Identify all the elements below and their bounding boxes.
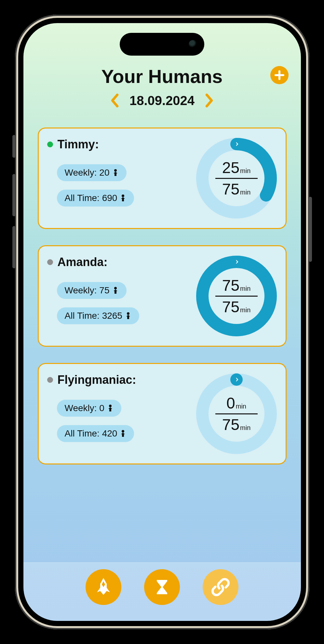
ring-separator <box>215 178 258 179</box>
progress-ring: 0min75min <box>196 373 277 454</box>
human-card[interactable]: Flyingmaniac:Weekly: 0All Time: 4200min7… <box>38 363 287 464</box>
human-name: Flyingmaniac: <box>58 373 136 387</box>
nav-hourglass-button[interactable] <box>144 569 180 605</box>
next-date-button[interactable] <box>204 93 214 108</box>
alltime-pill: All Time: 3265 <box>57 307 139 324</box>
ring-center: 0min75min <box>196 373 277 454</box>
current-date: 18.09.2024 <box>129 93 195 108</box>
nav-rocket-button[interactable] <box>86 569 121 605</box>
used-minutes-row: 25min <box>222 159 251 177</box>
phone-side-button <box>309 197 312 262</box>
alltime-label: All Time: 690 <box>65 193 117 203</box>
add-button[interactable] <box>270 66 289 84</box>
weekly-label: Weekly: 75 <box>65 285 110 296</box>
svg-point-9 <box>122 430 124 433</box>
alltime-label: All Time: 420 <box>65 428 117 439</box>
used-minutes: 75 <box>222 276 239 294</box>
progress-ring: 75min75min <box>196 255 277 337</box>
ring-separator <box>215 413 258 414</box>
content-area: Your Humans 18.09.2024 Timmy:Weekly: 20A… <box>23 23 301 562</box>
used-minutes: 25 <box>222 159 239 177</box>
used-minutes: 0 <box>226 394 235 412</box>
person-icon <box>107 404 114 412</box>
minutes-unit: min <box>240 167 250 175</box>
weekly-label: Weekly: 20 <box>65 168 110 178</box>
screen: Your Humans 18.09.2024 Timmy:Weekly: 20A… <box>23 23 301 621</box>
ring-separator <box>215 296 258 297</box>
bottom-nav <box>23 562 301 621</box>
human-name: Amanda: <box>58 255 108 269</box>
total-minutes-row: 75min <box>222 180 251 198</box>
alltime-label: All Time: 3265 <box>65 311 122 321</box>
person-icon <box>112 287 119 294</box>
person-icon <box>120 194 126 202</box>
rocket-icon <box>93 577 114 597</box>
ring-center: 75min75min <box>196 255 277 337</box>
phone-side-button <box>12 135 16 158</box>
minutes-unit: min <box>240 306 250 314</box>
human-name: Timmy: <box>58 138 99 151</box>
link-icon <box>210 577 231 597</box>
card-info: Amanda:Weekly: 75All Time: 3265 <box>47 255 189 337</box>
total-minutes-row: 75min <box>222 298 251 316</box>
weekly-pill: Weekly: 20 <box>57 164 127 181</box>
card-info: Flyingmaniac:Weekly: 0All Time: 420 <box>47 373 189 454</box>
total-minutes: 75 <box>222 180 239 198</box>
minutes-unit: min <box>240 424 250 432</box>
person-icon <box>112 169 119 177</box>
weekly-label: Weekly: 0 <box>65 403 104 413</box>
minutes-unit: min <box>236 403 246 410</box>
phone-frame: Your Humans 18.09.2024 Timmy:Weekly: 20A… <box>15 15 309 629</box>
used-minutes-row: 0min <box>226 394 246 412</box>
total-minutes: 75 <box>222 298 239 316</box>
person-icon <box>125 312 131 320</box>
phone-side-button <box>12 226 16 268</box>
total-minutes-row: 75min <box>222 416 251 434</box>
hourglass-icon <box>152 577 172 597</box>
progress-ring: 25min75min <box>196 138 277 219</box>
card-name-row: Amanda: <box>47 255 189 269</box>
card-name-row: Flyingmaniac: <box>47 373 189 387</box>
humans-list: Timmy:Weekly: 20All Time: 69025min75minA… <box>38 127 287 464</box>
svg-point-5 <box>127 312 129 315</box>
header: Your Humans <box>38 65 287 87</box>
alltime-pill: All Time: 690 <box>57 190 134 207</box>
svg-point-0 <box>114 169 117 172</box>
minutes-unit: min <box>240 285 250 292</box>
status-dot <box>47 141 53 147</box>
human-card[interactable]: Amanda:Weekly: 75All Time: 326575min75mi… <box>38 245 287 347</box>
alltime-pill: All Time: 420 <box>57 425 134 442</box>
card-info: Timmy:Weekly: 20All Time: 690 <box>47 138 189 219</box>
minutes-unit: min <box>240 189 250 196</box>
card-name-row: Timmy: <box>47 138 189 151</box>
used-minutes-row: 75min <box>222 276 251 294</box>
svg-point-4 <box>114 287 117 289</box>
phone-side-button <box>12 174 16 216</box>
status-dot <box>47 259 53 265</box>
human-card[interactable]: Timmy:Weekly: 20All Time: 69025min75min <box>38 127 287 229</box>
total-minutes: 75 <box>222 416 239 434</box>
page-title: Your Humans <box>38 65 287 87</box>
plus-icon <box>274 69 285 81</box>
svg-point-8 <box>109 405 112 407</box>
date-navigator: 18.09.2024 <box>38 93 287 108</box>
phone-notch <box>120 33 204 56</box>
ring-center: 25min75min <box>196 138 277 219</box>
status-dot <box>47 377 53 383</box>
svg-point-1 <box>122 195 124 197</box>
weekly-pill: Weekly: 0 <box>57 400 121 417</box>
nav-link-button[interactable] <box>203 569 238 605</box>
person-icon <box>120 430 126 437</box>
prev-date-button[interactable] <box>110 93 120 108</box>
weekly-pill: Weekly: 75 <box>57 282 127 299</box>
